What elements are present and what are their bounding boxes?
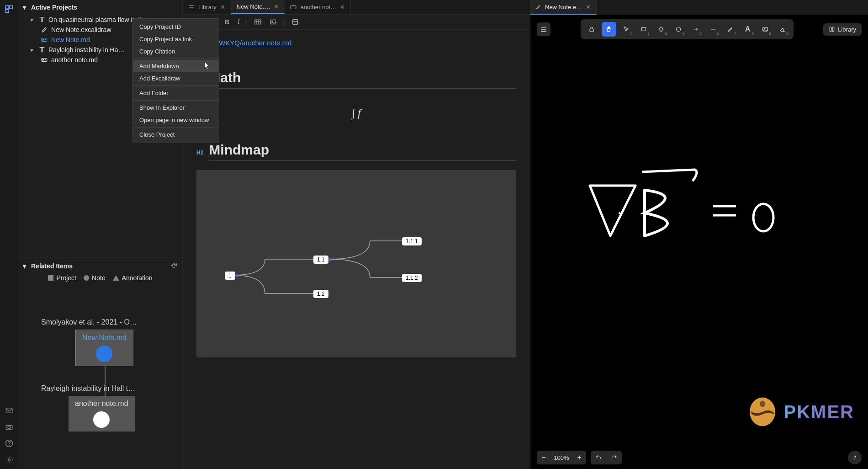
- graph-node2[interactable]: another note.md: [69, 396, 135, 432]
- svg-point-27: [753, 204, 773, 231]
- mindmap-node-11[interactable]: 1.1: [313, 256, 328, 264]
- pointer-icon[interactable]: 1: [619, 22, 634, 37]
- ctx-add-folder[interactable]: Add Folder: [133, 87, 219, 99]
- excalidraw-canvas[interactable]: PKMER: [530, 44, 868, 446]
- svg-rect-22: [830, 27, 832, 31]
- ctx-copy-project-id[interactable]: Copy Project ID: [133, 21, 219, 33]
- svg-rect-2: [5, 10, 9, 13]
- file-label: another note.md: [51, 56, 98, 64]
- camera-icon[interactable]: [4, 421, 15, 432]
- mindmap-node-12[interactable]: 1.2: [313, 290, 328, 298]
- help-button[interactable]: [848, 451, 862, 464]
- tab-label: New Note.e…: [545, 4, 582, 11]
- math-block[interactable]: ∫ f: [196, 107, 516, 119]
- ctx-copy-project-link[interactable]: Copy Project as link: [133, 33, 219, 45]
- related-items-header[interactable]: ▾ Related Items: [23, 262, 178, 270]
- ctx-add-excalidraw[interactable]: Add Excalidraw: [133, 72, 219, 85]
- svg-rect-3: [6, 408, 12, 413]
- graph-node2-label: another note.md: [75, 400, 128, 408]
- block-icon[interactable]: [290, 17, 301, 27]
- zoom-in-button[interactable]: +: [573, 451, 586, 464]
- cursor-icon: [203, 61, 211, 68]
- tab-library[interactable]: Library ✕: [183, 0, 231, 14]
- table-icon[interactable]: [252, 17, 263, 27]
- svg-rect-18: [641, 28, 646, 31]
- mindmap-node-111[interactable]: 1.1.1: [402, 237, 422, 245]
- stack-icon: [188, 4, 195, 11]
- node-circle-icon: [96, 346, 112, 362]
- rectangle-icon[interactable]: 2: [636, 22, 651, 37]
- close-icon[interactable]: ✕: [340, 4, 345, 11]
- close-icon[interactable]: ✕: [586, 4, 591, 11]
- h2-math[interactable]: Math: [209, 70, 516, 89]
- project-context-menu: Copy Project ID Copy Project as link Cop…: [132, 18, 219, 143]
- arrow-icon[interactable]: 5: [688, 22, 703, 37]
- tab-another-note[interactable]: another not… ✕: [285, 0, 351, 14]
- breadcrumb: PQ5N7WKYQ/another note.md: [196, 39, 516, 47]
- ctx-copy-citation[interactable]: Copy Citation: [133, 45, 219, 58]
- zoom-out-button[interactable]: −: [537, 451, 550, 464]
- redo-button[interactable]: [606, 452, 622, 464]
- help-icon[interactable]: [4, 438, 15, 449]
- h2-mindmap[interactable]: Mindmap: [209, 142, 516, 161]
- hand-icon[interactable]: [602, 22, 616, 37]
- mindmap-node-root[interactable]: 1: [225, 272, 235, 280]
- settings-icon[interactable]: [4, 454, 15, 465]
- library-label: Library: [838, 26, 856, 33]
- svg-point-8: [8, 459, 10, 461]
- svg-point-24: [619, 212, 620, 214]
- italic-button[interactable]: I: [236, 17, 242, 27]
- markdown-icon: [41, 37, 48, 43]
- ctx-open-new-window[interactable]: Open page in new window: [133, 114, 219, 126]
- pen-icon: [41, 27, 48, 33]
- tab-new-note[interactable]: New Note.… ✕: [231, 0, 285, 14]
- zoom-label[interactable]: 100%: [550, 454, 572, 461]
- inbox-icon[interactable]: [4, 405, 15, 416]
- mindmap-node-112[interactable]: 1.1.2: [402, 274, 422, 282]
- svg-rect-1: [9, 6, 12, 9]
- close-icon[interactable]: ✕: [220, 4, 225, 11]
- svg-point-15: [272, 21, 273, 22]
- mindmap-canvas[interactable]: 1 1.1 1.2 1.1.1 1.1.2: [196, 170, 516, 357]
- svg-rect-13: [255, 20, 260, 24]
- app-icon[interactable]: [4, 4, 15, 15]
- chevron-down-icon: ▾: [30, 46, 36, 53]
- undo-button[interactable]: [591, 452, 606, 464]
- tab-label: Library: [198, 4, 217, 11]
- ctx-show-in-explorer[interactable]: Show In Explorer: [133, 101, 219, 114]
- svg-rect-9: [42, 38, 47, 42]
- ellipse-icon[interactable]: 4: [671, 22, 686, 37]
- mindmap-dot-icon: [236, 274, 238, 277]
- graph-node1[interactable]: New Note.md: [75, 330, 133, 366]
- graph-node1-title: Smolyakov et al. - 2021 - O…: [41, 318, 137, 326]
- line-icon[interactable]: 6: [706, 22, 720, 37]
- close-icon[interactable]: ✕: [274, 3, 279, 10]
- pencil-icon[interactable]: 7: [723, 22, 738, 37]
- hamburger-icon[interactable]: [537, 22, 550, 36]
- svg-rect-16: [293, 20, 298, 25]
- library-button[interactable]: Library: [823, 23, 862, 36]
- watermark-text: PKMER: [784, 402, 854, 422]
- chevron-down-icon: ▾: [23, 262, 28, 270]
- ctx-close-project[interactable]: Close Project: [133, 128, 219, 141]
- tab-excalidraw[interactable]: New Note.e… ✕: [530, 0, 597, 15]
- active-projects-label: Active Projects: [31, 4, 77, 11]
- svg-point-21: [764, 28, 764, 29]
- eraser-icon[interactable]: 0: [775, 22, 790, 37]
- bold-button[interactable]: B: [223, 17, 231, 27]
- related-items-label: Related Items: [31, 262, 73, 270]
- active-projects-header[interactable]: ▾ Active Projects: [18, 0, 182, 15]
- insert-image-icon[interactable]: 9: [758, 22, 773, 37]
- legend-annotation: Annotation: [113, 274, 153, 282]
- book-icon: [38, 16, 46, 23]
- lock-icon[interactable]: [584, 22, 599, 37]
- chevron-down-icon: ▾: [23, 4, 28, 11]
- text-icon[interactable]: A 8: [741, 22, 755, 37]
- book-icon: [38, 46, 46, 53]
- diamond-icon[interactable]: 3: [654, 22, 668, 37]
- refresh-icon[interactable]: [170, 262, 178, 270]
- svg-point-5: [8, 426, 11, 429]
- mindmap-dot-icon: [329, 258, 332, 261]
- file-label: New Note.md: [51, 36, 90, 43]
- image-icon[interactable]: [268, 17, 279, 27]
